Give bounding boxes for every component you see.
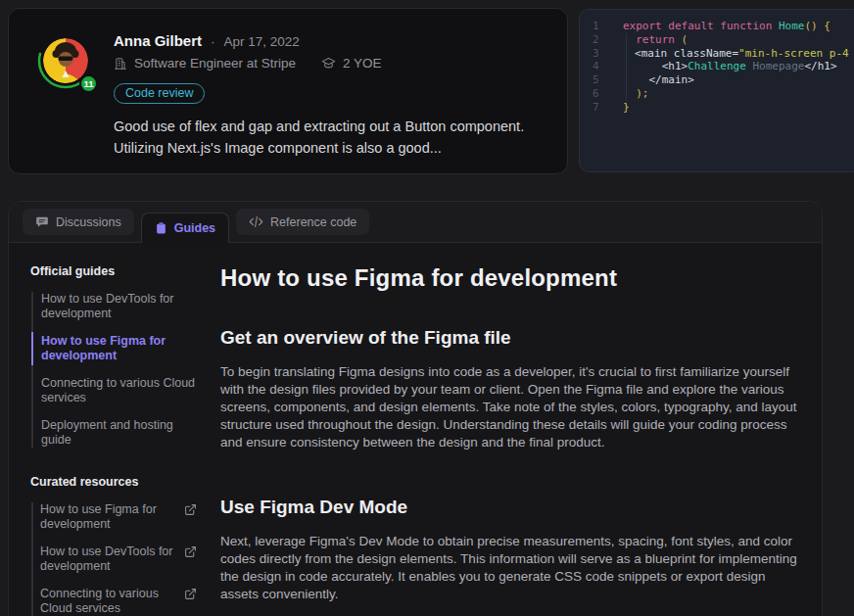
official-guides-list: How to use DevTools for development How … bbox=[31, 292, 203, 448]
resource-label: Connecting to various Cloud services bbox=[40, 587, 178, 616]
sidebar-item-devtools-guide[interactable]: How to use DevTools for development bbox=[40, 292, 203, 321]
curated-resources-list: How to use Figma for development How to … bbox=[31, 502, 203, 616]
line-number: 3 bbox=[580, 47, 599, 61]
author-name: Anna Gilbert bbox=[114, 32, 202, 49]
avatar-count-badge: 11 bbox=[79, 74, 98, 93]
tab-strip: Discussions Guides Reference code bbox=[9, 202, 822, 243]
code-line: 4 <h1>Challenge Homepage</h1> bbox=[580, 60, 854, 73]
guides-sidebar: Official guides How to use DevTools for … bbox=[30, 264, 203, 616]
official-guides-title: Official guides bbox=[30, 264, 203, 278]
section-body-devmode: Next, leverage Figma's Dev Mode to obtai… bbox=[220, 533, 802, 603]
article-title: How to use Figma for development bbox=[220, 264, 802, 292]
resource-link-figma[interactable]: How to use Figma for development bbox=[40, 502, 203, 532]
external-link-icon bbox=[184, 503, 197, 520]
chat-icon bbox=[35, 215, 49, 229]
tab-label: Guides bbox=[174, 221, 215, 235]
tab-guides[interactable]: Guides bbox=[141, 213, 229, 243]
resource-label: How to use Figma for development bbox=[40, 502, 178, 532]
section-heading-devmode: Use Figma Dev Mode bbox=[220, 497, 802, 518]
line-number: 4 bbox=[580, 60, 613, 73]
line-number: 2 bbox=[580, 33, 613, 47]
code-line: 1 export default function Home() { bbox=[580, 20, 854, 33]
resource-label: How to use DevTools for development bbox=[40, 545, 178, 574]
code-review-badge: Code review bbox=[114, 83, 205, 104]
line-number: 5 bbox=[580, 73, 613, 87]
code-editor: 1 export default function Home() { 2 ret… bbox=[579, 9, 854, 172]
date-separator: · bbox=[211, 34, 215, 49]
guides-panel: Discussions Guides Reference code Offici… bbox=[8, 201, 823, 616]
code-line: 5 </main> bbox=[580, 73, 854, 87]
avatar: 11 bbox=[37, 32, 94, 89]
section-heading-overview: Get an overview of the Figma file bbox=[220, 327, 802, 349]
code-icon bbox=[249, 215, 263, 228]
section-body-overview: To begin translating Figma designs into … bbox=[220, 363, 802, 451]
review-card[interactable]: 11 Anna Gilbert · Apr 17, 2022 Software … bbox=[8, 8, 568, 174]
resource-link-cloud[interactable]: Connecting to various Cloud services bbox=[40, 587, 203, 616]
code-line: 3 <main className="min-h-screen p-4 flex… bbox=[580, 47, 854, 61]
post-date: Apr 17, 2022 bbox=[224, 34, 300, 49]
resource-link-devtools[interactable]: How to use DevTools for development bbox=[40, 545, 203, 574]
code-line: 7 } bbox=[580, 101, 854, 115]
article: How to use Figma for development Get an … bbox=[220, 264, 822, 616]
tab-discussions[interactable]: Discussions bbox=[23, 209, 134, 235]
curated-resources-title: Curated resources bbox=[30, 475, 203, 489]
line-number: 1 bbox=[580, 20, 613, 33]
line-number: 7 bbox=[580, 101, 613, 115]
line-number: 6 bbox=[580, 87, 613, 101]
sidebar-item-cloud-guide[interactable]: Connecting to various Cloud services bbox=[40, 376, 203, 405]
external-link-icon bbox=[184, 545, 197, 562]
author-experience: 2 YOE bbox=[343, 56, 382, 71]
author-role: Software Engineer at Stripe bbox=[134, 56, 296, 71]
tab-reference-code[interactable]: Reference code bbox=[236, 209, 369, 235]
indent-guide bbox=[626, 33, 627, 101]
review-excerpt: Good use of flex and gap and extracting … bbox=[114, 116, 544, 159]
sidebar-item-figma-guide[interactable]: How to use Figma for development bbox=[40, 334, 203, 363]
tab-label: Reference code bbox=[270, 215, 356, 229]
graduation-cap-icon bbox=[321, 56, 336, 71]
tab-label: Discussions bbox=[56, 215, 121, 229]
author-row: Anna Gilbert · Apr 17, 2022 bbox=[114, 32, 544, 49]
external-link-icon bbox=[184, 588, 197, 604]
building-icon bbox=[114, 57, 127, 71]
sidebar-item-deployment-guide[interactable]: Deployment and hosting guide bbox=[40, 418, 203, 448]
code-line: 6 ); bbox=[580, 87, 854, 101]
clipboard-icon bbox=[155, 221, 167, 235]
author-meta-row: Software Engineer at Stripe 2 YOE bbox=[114, 56, 544, 71]
code-line: 2 return ( bbox=[580, 33, 854, 47]
